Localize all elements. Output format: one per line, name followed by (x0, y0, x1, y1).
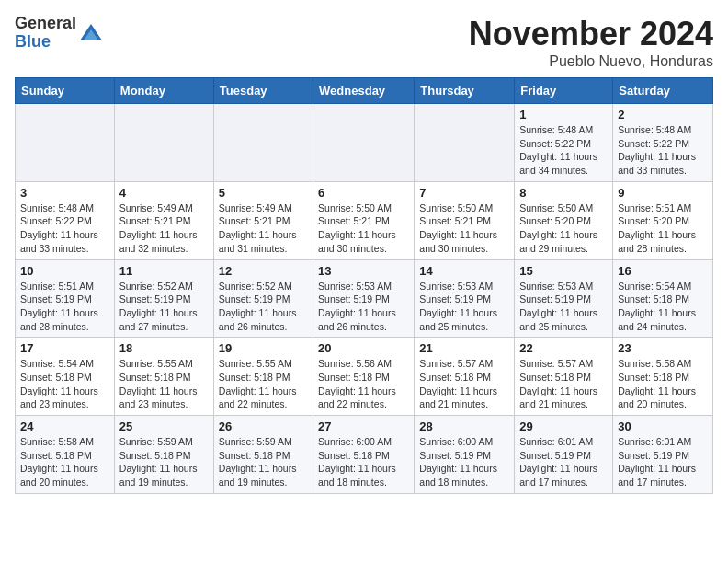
calendar-cell: 29Sunrise: 6:01 AM Sunset: 5:19 PM Dayli… (515, 416, 613, 494)
day-number: 12 (219, 264, 308, 278)
calendar-cell: 27Sunrise: 6:00 AM Sunset: 5:18 PM Dayli… (313, 416, 415, 494)
day-number: 14 (419, 264, 509, 278)
day-info-text: Sunrise: 5:57 AM Sunset: 5:18 PM Dayligh… (519, 357, 608, 411)
day-number: 4 (119, 186, 209, 200)
day-number: 8 (519, 186, 608, 200)
day-info-text: Sunrise: 5:48 AM Sunset: 5:22 PM Dayligh… (20, 201, 109, 256)
day-of-week-header: Saturday (613, 78, 713, 104)
day-number: 18 (119, 341, 209, 355)
day-number: 3 (20, 186, 109, 200)
calendar-cell: 7Sunrise: 5:50 AM Sunset: 5:21 PM Daylig… (415, 181, 515, 259)
day-info-text: Sunrise: 5:59 AM Sunset: 5:18 PM Dayligh… (119, 435, 209, 489)
day-number: 25 (119, 419, 209, 433)
calendar-cell: 22Sunrise: 5:57 AM Sunset: 5:18 PM Dayli… (515, 338, 613, 416)
day-info-text: Sunrise: 5:59 AM Sunset: 5:18 PM Dayligh… (219, 435, 308, 489)
day-of-week-header: Sunday (16, 78, 115, 104)
day-info-text: Sunrise: 6:00 AM Sunset: 5:19 PM Dayligh… (419, 435, 509, 489)
day-number: 23 (618, 341, 708, 355)
day-info-text: Sunrise: 5:56 AM Sunset: 5:18 PM Dayligh… (318, 357, 409, 411)
calendar-cell: 20Sunrise: 5:56 AM Sunset: 5:18 PM Dayli… (313, 338, 415, 416)
calendar-cell: 26Sunrise: 5:59 AM Sunset: 5:18 PM Dayli… (213, 416, 313, 494)
title-block: November 2024 Pueblo Nuevo, Honduras (469, 15, 713, 70)
day-number: 15 (519, 264, 608, 278)
calendar-cell: 25Sunrise: 5:59 AM Sunset: 5:18 PM Dayli… (114, 416, 213, 494)
calendar-cell: 1Sunrise: 5:48 AM Sunset: 5:22 PM Daylig… (515, 104, 613, 182)
day-info-text: Sunrise: 5:51 AM Sunset: 5:20 PM Dayligh… (618, 201, 708, 256)
calendar-cell: 8Sunrise: 5:50 AM Sunset: 5:20 PM Daylig… (515, 181, 613, 259)
calendar-cell: 11Sunrise: 5:52 AM Sunset: 5:19 PM Dayli… (114, 259, 213, 338)
day-info-text: Sunrise: 5:49 AM Sunset: 5:21 PM Dayligh… (119, 201, 209, 256)
calendar-header-row: SundayMondayTuesdayWednesdayThursdayFrid… (16, 78, 713, 104)
day-of-week-header: Thursday (415, 78, 515, 104)
day-info-text: Sunrise: 5:51 AM Sunset: 5:19 PM Dayligh… (20, 280, 109, 334)
calendar-cell (114, 104, 213, 182)
calendar-cell: 14Sunrise: 5:53 AM Sunset: 5:19 PM Dayli… (415, 259, 515, 338)
calendar-cell: 24Sunrise: 5:58 AM Sunset: 5:18 PM Dayli… (16, 416, 115, 494)
calendar-cell: 4Sunrise: 5:49 AM Sunset: 5:21 PM Daylig… (114, 181, 213, 259)
day-number: 10 (20, 264, 109, 278)
day-info-text: Sunrise: 5:54 AM Sunset: 5:18 PM Dayligh… (20, 357, 109, 411)
day-info-text: Sunrise: 5:52 AM Sunset: 5:19 PM Dayligh… (219, 280, 308, 334)
calendar-cell: 5Sunrise: 5:49 AM Sunset: 5:21 PM Daylig… (213, 181, 313, 259)
day-number: 27 (318, 419, 409, 433)
day-info-text: Sunrise: 5:53 AM Sunset: 5:19 PM Dayligh… (519, 280, 608, 334)
calendar-cell (16, 104, 115, 182)
calendar-cell: 12Sunrise: 5:52 AM Sunset: 5:19 PM Dayli… (213, 259, 313, 338)
day-info-text: Sunrise: 5:49 AM Sunset: 5:21 PM Dayligh… (219, 201, 308, 256)
calendar-table: SundayMondayTuesdayWednesdayThursdayFrid… (15, 77, 713, 494)
day-info-text: Sunrise: 5:54 AM Sunset: 5:18 PM Dayligh… (618, 280, 708, 334)
calendar-cell: 3Sunrise: 5:48 AM Sunset: 5:22 PM Daylig… (16, 181, 115, 259)
day-number: 7 (419, 186, 509, 200)
day-info-text: Sunrise: 5:55 AM Sunset: 5:18 PM Dayligh… (119, 357, 209, 411)
calendar-cell: 18Sunrise: 5:55 AM Sunset: 5:18 PM Dayli… (114, 338, 213, 416)
calendar-cell: 10Sunrise: 5:51 AM Sunset: 5:19 PM Dayli… (16, 259, 115, 338)
calendar-cell: 23Sunrise: 5:58 AM Sunset: 5:18 PM Dayli… (613, 338, 713, 416)
day-number: 30 (618, 419, 708, 433)
day-of-week-header: Friday (515, 78, 613, 104)
calendar-week-row: 10Sunrise: 5:51 AM Sunset: 5:19 PM Dayli… (16, 259, 713, 338)
day-number: 21 (419, 341, 509, 355)
day-info-text: Sunrise: 5:58 AM Sunset: 5:18 PM Dayligh… (20, 435, 109, 489)
day-number: 29 (519, 419, 608, 433)
calendar-week-row: 1Sunrise: 5:48 AM Sunset: 5:22 PM Daylig… (16, 104, 713, 182)
calendar-week-row: 24Sunrise: 5:58 AM Sunset: 5:18 PM Dayli… (16, 416, 713, 494)
month-year-title: November 2024 (469, 15, 713, 53)
day-number: 22 (519, 341, 608, 355)
day-info-text: Sunrise: 5:53 AM Sunset: 5:19 PM Dayligh… (419, 280, 509, 334)
day-number: 6 (318, 186, 409, 200)
day-number: 28 (419, 419, 509, 433)
calendar-cell: 13Sunrise: 5:53 AM Sunset: 5:19 PM Dayli… (313, 259, 415, 338)
day-info-text: Sunrise: 5:53 AM Sunset: 5:19 PM Dayligh… (318, 280, 409, 334)
day-info-text: Sunrise: 5:48 AM Sunset: 5:22 PM Dayligh… (519, 123, 608, 178)
calendar-cell: 21Sunrise: 5:57 AM Sunset: 5:18 PM Dayli… (415, 338, 515, 416)
calendar-cell (313, 104, 415, 182)
day-info-text: Sunrise: 6:00 AM Sunset: 5:18 PM Dayligh… (318, 435, 409, 489)
location-subtitle: Pueblo Nuevo, Honduras (469, 53, 713, 70)
day-number: 20 (318, 341, 409, 355)
day-number: 24 (20, 419, 109, 433)
day-number: 11 (119, 264, 209, 278)
calendar-cell: 30Sunrise: 6:01 AM Sunset: 5:19 PM Dayli… (613, 416, 713, 494)
day-info-text: Sunrise: 5:50 AM Sunset: 5:21 PM Dayligh… (419, 201, 509, 256)
calendar-week-row: 3Sunrise: 5:48 AM Sunset: 5:22 PM Daylig… (16, 181, 713, 259)
calendar-cell: 16Sunrise: 5:54 AM Sunset: 5:18 PM Dayli… (613, 259, 713, 338)
logo-general: General (15, 14, 76, 32)
day-of-week-header: Tuesday (213, 78, 313, 104)
calendar-cell: 19Sunrise: 5:55 AM Sunset: 5:18 PM Dayli… (213, 338, 313, 416)
calendar-cell: 28Sunrise: 6:00 AM Sunset: 5:19 PM Dayli… (415, 416, 515, 494)
day-number: 13 (318, 264, 409, 278)
day-number: 19 (219, 341, 308, 355)
calendar-cell (415, 104, 515, 182)
day-info-text: Sunrise: 5:57 AM Sunset: 5:18 PM Dayligh… (419, 357, 509, 411)
logo-blue: Blue (15, 32, 51, 51)
day-number: 5 (219, 186, 308, 200)
calendar-cell: 15Sunrise: 5:53 AM Sunset: 5:19 PM Dayli… (515, 259, 613, 338)
calendar-cell: 17Sunrise: 5:54 AM Sunset: 5:18 PM Dayli… (16, 338, 115, 416)
page-header: General Blue November 2024 Pueblo Nuevo,… (15, 15, 713, 70)
logo: General Blue (15, 15, 104, 52)
logo-icon (78, 20, 104, 46)
calendar-cell: 9Sunrise: 5:51 AM Sunset: 5:20 PM Daylig… (613, 181, 713, 259)
calendar-cell: 6Sunrise: 5:50 AM Sunset: 5:21 PM Daylig… (313, 181, 415, 259)
day-of-week-header: Monday (114, 78, 213, 104)
day-number: 26 (219, 419, 308, 433)
